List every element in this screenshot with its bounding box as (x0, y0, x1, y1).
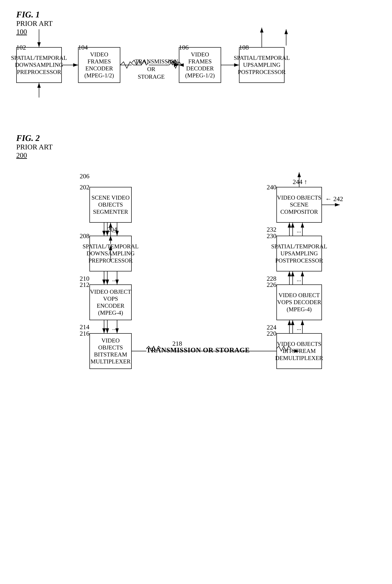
fig2-transmission: TRANSMISSION OR STORAGE (146, 346, 250, 354)
fig1-ref-102: 102 (16, 43, 26, 51)
fig2-ref-208: 208 (80, 232, 90, 240)
fig1-block-104: VIDEO FRAMESENCODER(MPEG-1/2) (78, 47, 120, 83)
fig2-ref-230: 230 (267, 232, 276, 240)
svg-text:...: ... (112, 276, 116, 282)
fig2-ref-212: 212 (80, 281, 90, 289)
fig2-ref-242: ← 242 (325, 195, 343, 203)
fig2-block-220: VIDEO OBJECTSBITSTREAMDEMULTIPLEXER (276, 333, 322, 369)
fig2-ref-216: 216 (80, 330, 90, 337)
fig1-label: FIG. 1 PRIOR ART 100 (16, 10, 53, 36)
fig1-block-102-text: SPATIAL/TEMPORALDOWNSAMPLINGPREPROCESSOR (11, 54, 67, 75)
fig2-ref-202: 202 (80, 183, 90, 191)
fig2-block-220-text: VIDEO OBJECTSBITSTREAMDEMULTIPLEXER (275, 341, 323, 362)
fig1-transmission: TRANSMISSIONOR STORAGE (135, 58, 168, 80)
fig2-block-216: VIDEO OBJECTSBITSTREAMMULTIPLEXER (90, 333, 132, 369)
fig1-ref-106: 106 (179, 43, 188, 51)
fig2-block-208: SPATIAL/TEMPORALDOWNSAMPLINGPREPROCESSOR (90, 236, 132, 271)
fig2-ref-232: 232 (267, 226, 276, 233)
svg-text:...: ... (112, 325, 116, 331)
fig2-label: FIG. 2 PRIOR ART 200 (16, 133, 53, 159)
fig1-ref-108: 108 (239, 43, 249, 51)
fig2-ref-204: ↓ 204 (102, 226, 117, 233)
fig2-block-202: SCENE VIDEOOBJECTSSEGMENTER (90, 187, 132, 223)
svg-text:...: ... (297, 227, 301, 234)
fig2-block-212: VIDEO OBJECTVOPs ENCODER(MPEG-4) (90, 284, 132, 320)
svg-text:...: ... (297, 276, 301, 282)
fig1-block-106: VIDEO FRAMESDECODER(MPEG-1/2) (179, 47, 221, 83)
fig1-block-106-text: VIDEO FRAMESDECODER(MPEG-1/2) (179, 51, 221, 79)
fig1-block-108: SPATIAL/TEMPORALUPSAMPLINGPOSTPROCESSOR (239, 47, 284, 83)
fig2-ref-228: 228 (267, 275, 276, 282)
fig2-block-208-text: SPATIAL/TEMPORALDOWNSAMPLINGPREPROCESSOR (82, 243, 139, 264)
fig2-ref-224: 224 (267, 323, 276, 331)
fig2-ref-218: 218 (172, 340, 182, 347)
fig2-ref-244: 244 ↑ (293, 178, 307, 186)
fig2-block-216-text: VIDEO OBJECTSBITSTREAMMULTIPLEXER (90, 337, 131, 365)
fig2-block-212-text: VIDEO OBJECTVOPs ENCODER(MPEG-4) (90, 288, 131, 316)
page: FIG. 1 PRIOR ART 100 SPATIAL/TEMPORALDOW… (0, 0, 392, 584)
fig2-block-230-text: SPATIAL/TEMPORALUPSAMPLINGPOSTPROCESSOR (271, 243, 327, 264)
fig1-block-104-text: VIDEO FRAMESENCODER(MPEG-1/2) (78, 51, 120, 79)
diagram-svg: ... ... ... ... ... ... (0, 0, 392, 584)
fig2-block-202-text: SCENE VIDEOOBJECTSSEGMENTER (92, 194, 130, 215)
fig2-block-230: SPATIAL/TEMPORALUPSAMPLINGPOSTPROCESSOR (276, 236, 322, 271)
fig1-ref-104: 104 (78, 43, 88, 51)
fig1-block-102: SPATIAL/TEMPORALDOWNSAMPLINGPREPROCESSOR (16, 47, 62, 83)
fig2-ref-206: 206 (80, 172, 90, 180)
fig2-ref-240: 240 (267, 183, 276, 191)
svg-text:...: ... (297, 325, 301, 331)
fig1-block-108-text: SPATIAL/TEMPORALUPSAMPLINGPOSTPROCESSOR (234, 54, 290, 75)
fig2-block-226-text: VIDEO OBJECTVOPs DECODER(MPEG-4) (277, 292, 321, 313)
fig2-block-226: VIDEO OBJECTVOPs DECODER(MPEG-4) (276, 284, 322, 320)
fig2-block-240: VIDEO OBJECTSSCENECOMPOSITOR (276, 187, 322, 223)
fig2-block-240-text: VIDEO OBJECTSSCENECOMPOSITOR (277, 194, 321, 215)
